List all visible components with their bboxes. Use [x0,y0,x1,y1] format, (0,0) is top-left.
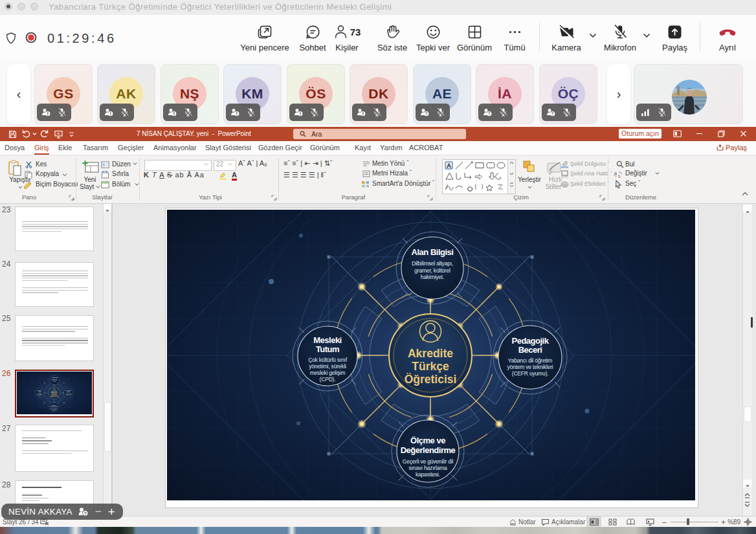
svg-text:b: b [618,174,621,179]
svg-text:?: ? [551,111,554,116]
svg-text:?: ? [83,511,87,517]
svg-text:?: ? [488,111,491,116]
svg-text:A: A [447,162,450,169]
svg-text:?: ? [425,111,428,116]
